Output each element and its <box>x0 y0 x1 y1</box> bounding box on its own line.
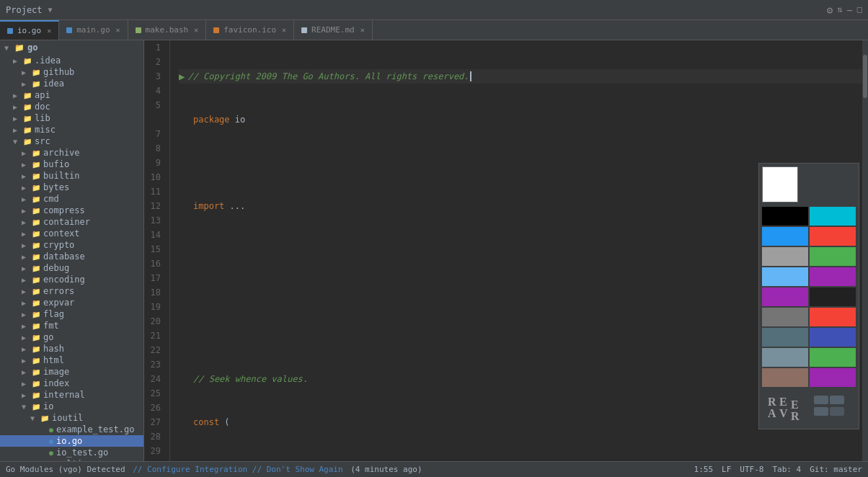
sidebar-item-bufio[interactable]: ▶ 📁 bufio <box>0 159 143 170</box>
expand-arrow-icon: ▶ <box>22 195 30 203</box>
color-swatch-gray[interactable] <box>762 247 808 266</box>
sidebar-item-container[interactable]: ▶ 📁 container <box>0 216 143 228</box>
sidebar-item-github[interactable]: ▶ 📁 github <box>0 66 143 78</box>
color-swatch-red1[interactable] <box>810 227 856 246</box>
tab-close-make-bash[interactable]: ✕ <box>194 26 198 34</box>
color-swatch-bluegray2[interactable] <box>762 348 808 367</box>
color-swatch-purple1[interactable] <box>810 267 856 286</box>
line-num-29: 29 <box>150 444 164 458</box>
sidebar-item-misc[interactable]: ▶ 📁 misc <box>0 124 143 135</box>
git-label[interactable]: Git: master <box>810 465 862 474</box>
color-swatch-midgray[interactable] <box>762 308 808 326</box>
expand-arrow-icon: ▶ <box>13 92 22 99</box>
line-col[interactable]: 1:55 <box>694 465 714 474</box>
sidebar-item-html[interactable]: ▶ 📁 html <box>0 355 143 366</box>
color-swatch-main[interactable] <box>762 166 798 202</box>
sidebar-item-doc[interactable]: ▶ 📁 doc <box>0 101 143 112</box>
expand-arrow-icon: ▶ <box>22 68 30 76</box>
encoding-label[interactable]: UTF-8 <box>740 465 763 474</box>
sidebar-item-encoding[interactable]: ▶ 📁 encoding <box>0 274 143 285</box>
color-swatch-blue[interactable] <box>762 227 808 246</box>
sidebar-item-index[interactable]: ▶ 📁 index <box>0 378 143 389</box>
sidebar-item-go-root[interactable]: ▼ 📁 go <box>0 40 143 55</box>
color-swatch-purple3[interactable] <box>810 368 856 387</box>
sidebar-item-database[interactable]: ▶ 📁 database <box>0 251 143 262</box>
tab-readme-md[interactable]: README.md ✕ <box>294 20 373 40</box>
line-num-16: 16 <box>150 257 164 271</box>
tab-favicon-ico[interactable]: favicon.ico ✕ <box>206 20 294 40</box>
sidebar-item-bytes[interactable]: ▶ 📁 bytes <box>0 182 143 193</box>
settings-icon[interactable]: ⚙ <box>827 4 833 16</box>
color-swatch-secondary[interactable] <box>800 166 817 184</box>
tab-close-main-go[interactable]: ✕ <box>116 26 120 34</box>
color-swatch-cyan[interactable] <box>810 207 856 226</box>
sidebar-item-errors[interactable]: ▶ 📁 errors <box>0 285 143 297</box>
tab-main-go[interactable]: main.go ✕ <box>59 20 128 40</box>
folder-icon: 📁 <box>32 80 40 88</box>
sidebar-item-flag[interactable]: ▶ 📁 flag <box>0 308 143 320</box>
color-swatch-green1[interactable] <box>810 247 856 266</box>
folder-icon: 📁 <box>32 322 40 330</box>
color-swatch-lightblue[interactable] <box>762 267 808 286</box>
sidebar-item-context[interactable]: ▶ 📁 context <box>0 228 143 239</box>
folder-icon: 📁 <box>14 43 25 53</box>
sidebar-item-api[interactable]: ▶ 📁 api <box>0 89 143 101</box>
sidebar-item-image[interactable]: ▶ 📁 image <box>0 366 143 378</box>
sidebar-item-ioutil[interactable]: ▼ 📁 ioutil <box>0 412 143 424</box>
sidebar-item-builtin[interactable]: ▶ 📁 builtin <box>0 170 143 182</box>
sidebar-item-expvar[interactable]: ▶ 📁 expvar <box>0 297 143 308</box>
status-bar-right: 1:55 LF UTF-8 Tab: 4 Git: master <box>694 465 862 474</box>
folder-icon: 📁 <box>32 264 40 272</box>
scrollbar-y[interactable] <box>862 40 868 461</box>
tab-label[interactable]: Tab: 4 <box>772 465 801 474</box>
sidebar-item-io-go-file[interactable]: ● io.go <box>0 435 143 447</box>
code-token: package <box>193 112 230 127</box>
sidebar-item-fmt[interactable]: ▶ 📁 fmt <box>0 320 143 331</box>
sidebar-item-io-test-go[interactable]: ● io_test.go <box>0 447 143 458</box>
folder-icon: 📁 <box>23 126 32 134</box>
sidebar-item-cmd[interactable]: ▶ 📁 cmd <box>0 193 143 205</box>
sidebar-item-compress[interactable]: ▶ 📁 compress <box>0 205 143 216</box>
expand-arrow-icon: ▶ <box>22 345 30 353</box>
sidebar-item-debug[interactable]: ▶ 📁 debug <box>0 262 143 274</box>
minimize-icon[interactable]: − <box>846 4 852 16</box>
color-swatch-red2[interactable] <box>810 308 856 326</box>
maximize-icon[interactable]: □ <box>857 4 862 16</box>
color-swatch-purple2[interactable] <box>762 287 808 306</box>
reaver-icon-svg <box>814 394 850 423</box>
lf-label[interactable]: LF <box>722 465 731 474</box>
color-swatch-black[interactable] <box>762 207 808 226</box>
sidebar-item-hash[interactable]: ▶ 📁 hash <box>0 343 143 355</box>
tab-close-favicon-ico[interactable]: ✕ <box>282 26 286 34</box>
color-swatch-brown[interactable] <box>762 368 808 387</box>
folder-icon: 📁 <box>32 172 40 180</box>
color-swatch-green2[interactable] <box>810 348 856 367</box>
dont-show-label[interactable]: // Don't Show Again <box>252 465 343 474</box>
tab-make-bash[interactable]: make.bash ✕ <box>128 20 207 40</box>
configure-label[interactable]: // Configure Integration <box>133 465 247 474</box>
scrollbar-thumb[interactable] <box>863 55 867 98</box>
tab-close-io-go[interactable]: ✕ <box>47 27 51 35</box>
code-token: const <box>193 415 219 429</box>
sidebar-item-io[interactable]: ▼ 📁 io <box>0 401 143 412</box>
tab-close-readme-md[interactable]: ✕ <box>360 26 365 34</box>
go-file-icon: ● <box>49 437 53 445</box>
sidebar-item-idea[interactable]: ▶ 📁 .idea <box>0 55 143 66</box>
sidebar-item-src[interactable]: ▼ 📁 src <box>0 135 143 147</box>
color-swatch-darkgray[interactable] <box>810 287 856 306</box>
folder-icon: 📁 <box>32 241 40 249</box>
folder-icon: 📁 <box>32 299 40 307</box>
sidebar-item-idea2[interactable]: ▶ 📁 idea <box>0 78 143 89</box>
sidebar-item-internal[interactable]: ▶ 📁 internal <box>0 389 143 401</box>
sidebar-item-archive[interactable]: ▶ 📁 archive <box>0 147 143 159</box>
sidebar-item-lib[interactable]: ▶ 📁 lib <box>0 112 143 124</box>
sidebar-item-crypto[interactable]: ▶ 📁 crypto <box>0 239 143 251</box>
color-picker-panel[interactable]: R E A V E R <box>758 163 859 429</box>
tab-io-go[interactable]: io.go ✕ <box>0 20 59 40</box>
split-icon[interactable]: ⇅ <box>837 4 842 16</box>
sidebar-item-go2[interactable]: ▶ 📁 go <box>0 331 143 343</box>
sidebar-item-example-test-go[interactable]: ● example_test.go <box>0 424 143 435</box>
code-token: = 0 <box>261 458 298 461</box>
color-swatch-indigo[interactable] <box>810 328 856 347</box>
color-swatch-bluegray1[interactable] <box>762 328 808 347</box>
